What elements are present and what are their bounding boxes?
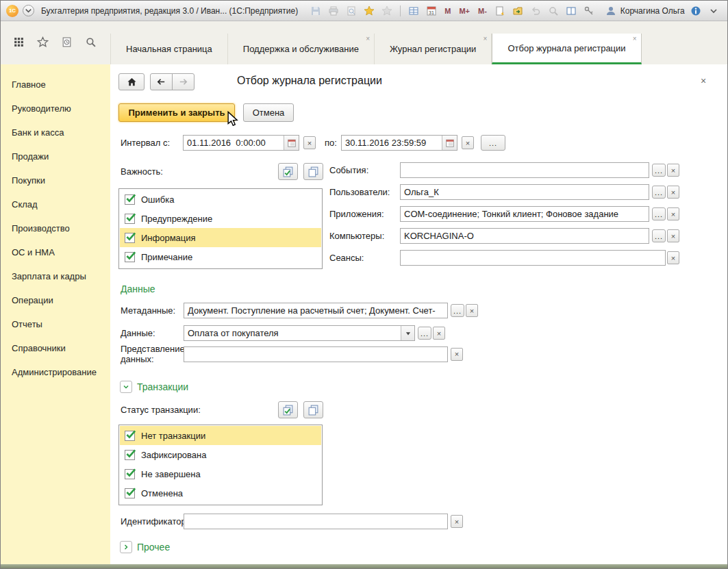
events-select-button[interactable]: ... xyxy=(652,164,666,177)
check-all-button[interactable] xyxy=(278,163,298,180)
open-document-icon[interactable] xyxy=(511,4,525,18)
applications-input[interactable] xyxy=(400,206,649,222)
sidebar-item-administration[interactable]: Администрирование xyxy=(1,360,110,384)
metadata-select-button[interactable]: ... xyxy=(451,304,464,317)
favorites-star-icon[interactable] xyxy=(37,36,49,50)
users-select-button[interactable]: ... xyxy=(652,186,666,199)
tx-check-all-button[interactable] xyxy=(278,401,298,418)
favorites-list-icon[interactable] xyxy=(380,4,394,18)
checkbox-checked-icon[interactable] xyxy=(125,214,135,224)
tab-event-log-filter[interactable]: Отбор журнала регистрации × xyxy=(492,34,641,64)
metadata-clear-button[interactable]: × xyxy=(466,304,478,317)
checkbox-checked-icon[interactable] xyxy=(125,488,135,498)
sidebar-item-bank-cash[interactable]: Банк и касса xyxy=(1,121,110,144)
key-icon[interactable] xyxy=(582,4,596,18)
checkbox-checked-icon[interactable] xyxy=(125,450,135,460)
search-icon[interactable] xyxy=(547,4,560,18)
computers-clear-button[interactable]: × xyxy=(667,229,679,242)
other-section-title[interactable]: Прочее xyxy=(137,542,170,553)
users-clear-button[interactable]: × xyxy=(667,186,679,199)
new-document-icon[interactable] xyxy=(493,4,507,18)
calendar-picker-icon[interactable] xyxy=(284,136,299,150)
importance-row-note[interactable]: Примечание xyxy=(120,247,321,266)
interval-more-button[interactable]: ... xyxy=(481,135,505,151)
titlebar-dropdown-icon[interactable] xyxy=(707,4,720,18)
calendar-picker-icon[interactable] xyxy=(442,136,457,150)
presentation-input[interactable] xyxy=(184,346,448,362)
tabbar-search-icon[interactable] xyxy=(85,36,97,50)
expand-other-icon[interactable] xyxy=(120,541,132,553)
tx-row-cancelled[interactable]: Отменена xyxy=(120,483,321,503)
tab-close-icon[interactable]: × xyxy=(366,36,370,42)
sidebar-item-reports[interactable]: Отчеты xyxy=(1,312,110,336)
collapse-transactions-icon[interactable] xyxy=(120,381,132,393)
forward-button[interactable] xyxy=(172,73,194,90)
users-input[interactable] xyxy=(400,184,649,200)
sidebar-item-main[interactable]: Главное xyxy=(1,73,110,97)
importance-row-error[interactable]: Ошибка xyxy=(120,190,321,209)
tab-support-maintenance[interactable]: Поддержка и обслуживание × xyxy=(228,34,375,64)
computers-input[interactable] xyxy=(400,228,649,244)
data-clear-button[interactable]: × xyxy=(433,327,445,340)
dropdown-arrow-icon[interactable] xyxy=(401,326,414,340)
tx-row-committed[interactable]: Зафиксирована xyxy=(120,445,321,464)
back-button[interactable] xyxy=(150,73,173,90)
tab-close-icon[interactable]: × xyxy=(633,36,637,42)
home-button[interactable] xyxy=(118,73,145,90)
undo-icon[interactable] xyxy=(529,4,542,18)
sidebar-item-sales[interactable]: Продажи xyxy=(1,144,110,168)
metadata-input[interactable] xyxy=(184,303,448,318)
apply-close-button[interactable]: Применить и закрыть xyxy=(118,103,235,122)
sidebar-item-production[interactable]: Производство xyxy=(1,216,110,240)
print-icon[interactable] xyxy=(327,4,340,18)
split-window-icon[interactable] xyxy=(564,4,578,18)
clear-interval-to-button[interactable]: × xyxy=(462,136,474,149)
calc-memory-button[interactable]: M xyxy=(442,7,453,15)
events-input[interactable] xyxy=(400,162,649,178)
identifier-clear-button[interactable]: × xyxy=(451,515,463,528)
sidebar-item-warehouse[interactable]: Склад xyxy=(1,192,110,216)
info-icon[interactable] xyxy=(689,4,703,18)
transactions-section-title[interactable]: Транзакции xyxy=(137,381,188,392)
save-icon[interactable] xyxy=(309,4,323,18)
show-in-list-icon[interactable] xyxy=(407,4,421,18)
interval-from-input[interactable] xyxy=(184,136,284,150)
system-menu-button[interactable] xyxy=(23,5,34,16)
computers-select-button[interactable]: ... xyxy=(652,229,666,242)
clear-interval-from-button[interactable]: × xyxy=(303,136,316,149)
data-input[interactable] xyxy=(184,326,401,340)
sessions-clear-button[interactable]: × xyxy=(667,251,679,264)
sidebar-item-manager[interactable]: Руководителю xyxy=(1,97,110,121)
tx-row-no-transaction[interactable]: Нет транзакции xyxy=(120,426,321,445)
print-preview-icon[interactable] xyxy=(344,4,358,18)
checkbox-checked-icon[interactable] xyxy=(125,194,135,205)
checkbox-checked-icon[interactable] xyxy=(125,252,135,262)
importance-row-information[interactable]: Информация xyxy=(120,228,321,247)
sessions-input[interactable] xyxy=(400,250,666,266)
interval-to-input[interactable] xyxy=(342,136,442,150)
checkbox-checked-icon[interactable] xyxy=(125,233,135,243)
menu-grid-icon[interactable] xyxy=(13,36,25,50)
add-favorite-star-icon[interactable] xyxy=(362,4,376,18)
tab-home-page[interactable]: Начальная страница xyxy=(110,34,228,64)
close-form-icon[interactable]: × xyxy=(701,75,706,86)
calendar-icon[interactable]: 31 xyxy=(425,4,438,18)
data-select-button[interactable]: ... xyxy=(418,327,431,340)
presentation-clear-button[interactable]: × xyxy=(451,348,463,361)
identifier-input[interactable] xyxy=(184,514,448,529)
events-clear-button[interactable]: × xyxy=(667,164,679,177)
calc-memory-minus-button[interactable]: M- xyxy=(476,7,489,15)
cancel-button[interactable]: Отмена xyxy=(243,103,294,122)
calc-memory-plus-button[interactable]: M+ xyxy=(457,7,472,15)
sidebar-item-fixed-assets[interactable]: ОС и НМА xyxy=(1,240,110,264)
sidebar-item-purchases[interactable]: Покупки xyxy=(1,168,110,192)
current-user[interactable]: Корчагина Ольга xyxy=(604,4,685,18)
sidebar-item-salary-hr[interactable]: Зарплата и кадры xyxy=(1,264,110,288)
applications-select-button[interactable]: ... xyxy=(652,207,666,220)
minimize-button[interactable]: — xyxy=(725,4,728,17)
sidebar-item-operations[interactable]: Операции xyxy=(1,288,110,312)
importance-row-warning[interactable]: Предупреждение xyxy=(120,209,321,228)
checkbox-checked-icon[interactable] xyxy=(125,431,135,441)
tx-row-unfinished[interactable]: Не завершена xyxy=(120,464,321,483)
sidebar-item-directories[interactable]: Справочники xyxy=(1,336,110,360)
